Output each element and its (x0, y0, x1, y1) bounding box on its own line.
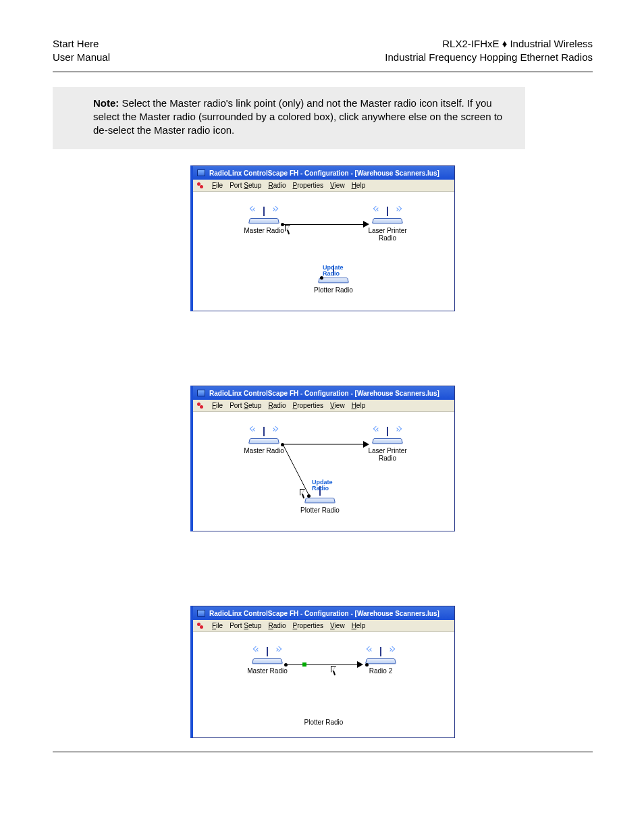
laser-printer-radio-node[interactable]: Laser Printer Radio (367, 207, 408, 242)
update-radio-label: Update Radio (312, 479, 333, 492)
menu-port-setup[interactable]: Port Setup (230, 622, 261, 629)
app-window-3: RadioLinx ControlScape FH - Configuratio… (190, 606, 455, 738)
menu-radio[interactable]: Radio (268, 402, 286, 409)
master-radio-label: Master Radio (244, 227, 284, 234)
master-radio-node[interactable]: Master Radio (244, 207, 284, 234)
header-left-line1: Start Here (53, 38, 99, 49)
menu-view[interactable]: View (330, 182, 345, 189)
menu-view[interactable]: View (330, 622, 345, 629)
link-arrow-icon (363, 441, 369, 448)
cursor-icon (300, 489, 308, 500)
menu-port-setup[interactable]: Port Setup (230, 402, 261, 409)
plotter-radio-label: Plotter Radio (313, 286, 354, 294)
doc-icon (197, 623, 205, 629)
menu-radio[interactable]: Radio (268, 182, 286, 189)
antenna-icon (360, 647, 401, 658)
diagram-canvas-1[interactable]: Master Radio Laser Printer Radio (193, 192, 454, 311)
radio-box-icon (248, 218, 279, 224)
header-right: RLX2-IFHxE ♦ Industrial Wireless Industr… (385, 37, 593, 65)
window-title: RadioLinx ControlScape FH - Configuratio… (209, 390, 439, 397)
diagram-canvas-2[interactable]: Master Radio Laser Printer Radio (193, 412, 454, 531)
app-icon (197, 610, 205, 617)
note-box: Note: Select the Master radio's link poi… (53, 87, 525, 150)
titlebar[interactable]: RadioLinx ControlScape FH - Configuratio… (193, 166, 454, 180)
note-text: Select the Master radio's link point (on… (93, 97, 502, 136)
radio-box-icon (252, 658, 283, 664)
menu-help[interactable]: Help (352, 182, 366, 189)
menubar: File Port Setup Radio Properties View He… (193, 180, 454, 192)
app-window-1: RadioLinx ControlScape FH - Configuratio… (190, 165, 455, 311)
menu-file[interactable]: File (212, 182, 223, 189)
header-left-line2: User Manual (53, 51, 110, 63)
radio-box-icon (365, 658, 396, 664)
note-label: Note: (93, 97, 119, 109)
titlebar[interactable]: RadioLinx ControlScape FH - Configuratio… (193, 606, 454, 620)
menubar: File Port Setup Radio Properties View He… (193, 400, 454, 412)
header-rule (53, 72, 593, 72)
antenna-icon (367, 207, 408, 217)
menu-port-setup[interactable]: Port Setup (230, 182, 261, 189)
link-line[interactable] (283, 224, 365, 225)
menu-file[interactable]: File (212, 622, 223, 629)
plotter-radio-label: Plotter Radio (193, 719, 454, 726)
window-title: RadioLinx ControlScape FH - Configuratio… (209, 610, 439, 617)
link-line[interactable] (286, 664, 359, 665)
antenna-icon (244, 207, 284, 217)
menubar: File Port Setup Radio Properties View He… (193, 620, 454, 632)
radio-box-icon (248, 438, 279, 444)
titlebar[interactable]: RadioLinx ControlScape FH - Configuratio… (193, 386, 454, 400)
laser-printer-radio-label: Laser Printer Radio (367, 227, 408, 242)
master-radio-label: Master Radio (247, 667, 288, 675)
laser-printer-radio-node[interactable]: Laser Printer Radio (367, 427, 408, 462)
figures-container: RadioLinx ControlScape FH - Configuratio… (53, 165, 593, 738)
menu-help[interactable]: Help (352, 402, 366, 409)
page-header: Start Here User Manual RLX2-IFHxE ♦ Indu… (53, 37, 593, 72)
link-arrow-icon (357, 661, 363, 668)
doc-icon (197, 182, 205, 189)
header-right-line1: RLX2-IFHxE ♦ Industrial Wireless (442, 38, 593, 49)
cursor-icon (285, 225, 293, 236)
laser-printer-radio-label: Laser Printer Radio (367, 447, 408, 462)
menu-properties[interactable]: Properties (293, 402, 324, 409)
header-right-line2: Industrial Frequency Hopping Ethernet Ra… (385, 51, 593, 63)
menu-file[interactable]: File (212, 402, 223, 409)
menu-properties[interactable]: Properties (293, 182, 324, 189)
link-midpoint-handle[interactable] (302, 662, 306, 667)
antenna-icon (367, 427, 408, 438)
radio-2-label: Radio 2 (360, 667, 401, 675)
window-title: RadioLinx ControlScape FH - Configuratio… (209, 170, 439, 177)
app-icon (197, 390, 205, 396)
radio-box-icon (304, 498, 336, 503)
master-radio-node[interactable]: Master Radio (247, 647, 288, 675)
plotter-radio-label: Plotter Radio (300, 506, 340, 514)
radio-box-icon (372, 218, 403, 224)
doc-icon (197, 402, 205, 409)
menu-view[interactable]: View (330, 402, 345, 409)
app-icon (197, 170, 205, 176)
update-radio-label: Update Radio (323, 265, 344, 277)
master-radio-node[interactable]: Master Radio (244, 427, 284, 454)
menu-help[interactable]: Help (352, 622, 366, 629)
radio-2-node[interactable]: Radio 2 (360, 647, 401, 675)
antenna-icon (244, 427, 284, 438)
cursor-icon (331, 666, 339, 677)
radio-box-icon (372, 438, 403, 444)
footer-rule (53, 752, 593, 752)
link-arrow-icon (363, 221, 369, 228)
menu-radio[interactable]: Radio (268, 622, 286, 629)
antenna-icon (247, 647, 288, 658)
app-window-2: RadioLinx ControlScape FH - Configuratio… (190, 386, 455, 531)
menu-properties[interactable]: Properties (293, 622, 324, 629)
diagram-canvas-3[interactable]: Master Radio Radio 2 Plotter (193, 632, 454, 737)
master-radio-label: Master Radio (244, 447, 284, 454)
header-left: Start Here User Manual (53, 37, 110, 65)
